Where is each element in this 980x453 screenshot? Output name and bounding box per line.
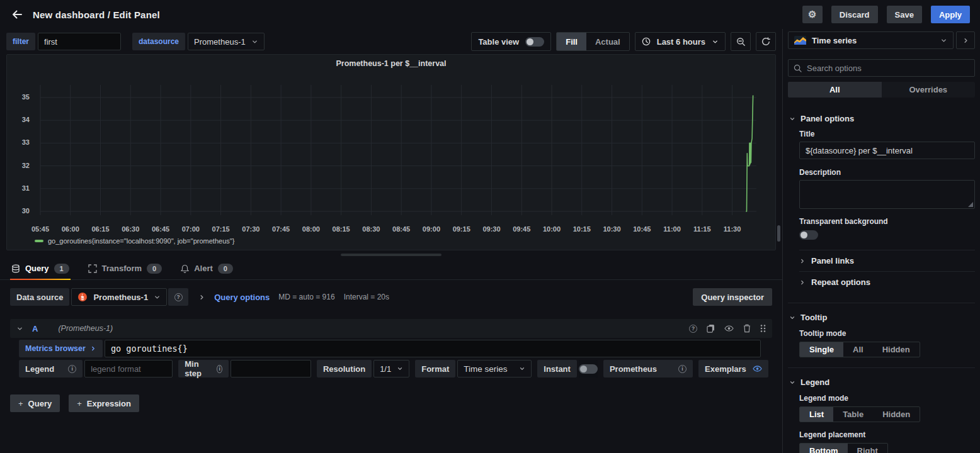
panel-resize-handle[interactable] [341,254,442,256]
query-type-label: Prometheus [610,364,657,374]
query-inspector-button[interactable]: Query inspector [693,288,772,306]
tooltip-mode-single[interactable]: Single [800,342,843,357]
collapse-query-icon[interactable] [16,325,23,332]
format-select[interactable]: Time series [457,360,532,378]
datasource-variable-select[interactable]: Prometheus-1 [188,33,265,50]
tab-alert[interactable]: Alert 0 [179,260,234,279]
tab-all-options[interactable]: All [788,82,882,98]
tab-overrides[interactable]: Overrides [882,82,976,98]
info-icon[interactable]: i [678,365,687,373]
clock-icon [642,37,651,46]
transform-icon [88,264,97,273]
collapse-options-button[interactable] [956,31,975,49]
actual-option[interactable]: Actual [586,33,629,50]
tooltip-mode-hidden[interactable]: Hidden [873,342,920,357]
refresh-button[interactable] [756,32,776,51]
chart-legend[interactable]: go_goroutines{instance="localhost:9090",… [35,237,234,245]
chevron-right-icon [90,345,96,352]
table-view-control[interactable]: Table view [471,32,551,51]
metrics-browser-button[interactable]: Metrics browser [19,340,103,357]
legend-format-label: Legend [25,364,54,374]
options-pane: Time series All Overrides Panel options [782,29,980,453]
duplicate-query-icon[interactable] [707,324,715,333]
bell-icon [181,264,189,273]
filter-variable-input[interactable] [38,33,121,50]
instant-chip: Instant [537,360,577,378]
legend-mode-hidden[interactable]: Hidden [873,407,920,422]
filter-variable-label[interactable]: filter [6,33,35,50]
datasource-picker[interactable]: Prometheus-1 [71,288,167,306]
repeat-options-section[interactable]: Repeat options [799,271,975,293]
visualization-picker[interactable]: Time series [788,31,954,49]
query-options-link[interactable]: Query options [214,293,270,302]
panel-links-section[interactable]: Panel links [799,250,975,271]
chevron-right-icon [198,294,205,301]
options-search[interactable] [788,59,975,77]
min-step-input[interactable] [231,360,311,378]
timeseries-viz-icon [794,36,806,45]
legend-mode-table[interactable]: Table [833,407,873,422]
info-icon[interactable]: i [68,365,76,373]
tab-transform[interactable]: Transform 0 [87,260,164,279]
panel-description-textarea[interactable] [799,180,975,209]
main-area: filter datasource Prometheus-1 Table vie… [0,29,980,453]
resolution-select[interactable]: 1/1 [373,360,409,378]
back-button[interactable] [10,8,24,21]
grafana-edit-panel-app: New dashboard / Edit Panel ⚙ Discard Sav… [0,0,980,453]
save-button[interactable]: Save [887,6,922,23]
panel-links-label: Panel links [811,256,854,266]
resolution-label: Resolution [323,364,365,374]
fill-option[interactable]: Fill [557,33,586,50]
query-datasource-hint: (Prometheus-1) [58,324,113,333]
exemplars-eye-icon[interactable] [753,365,762,372]
x-axis-labels: 05:4506:0006:1506:3006:4507:0007:1507:30… [7,225,775,234]
discard-button[interactable]: Discard [831,6,878,23]
add-expression-button[interactable]: + Expression [69,394,139,412]
info-icon[interactable]: i [217,365,222,373]
options-search-input[interactable] [807,64,969,73]
query-help-icon[interactable]: ? [689,325,697,333]
legend-mode-list[interactable]: List [800,407,833,422]
query-ref-id: A [32,324,38,333]
resize-grip-icon[interactable] [968,202,973,207]
legend-placement-bottom[interactable]: Bottom [800,444,848,453]
format-chip: Format [415,360,455,378]
visualization-row: Time series [788,31,975,49]
legend-placement-label: Legend placement [799,430,975,439]
panel-options-section-header[interactable]: Panel options [788,114,975,123]
legend-format-input[interactable] [84,360,173,378]
content-scrollbar[interactable] [777,225,780,242]
back-arrow-icon [11,9,23,20]
search-icon [794,64,802,72]
instant-toggle[interactable] [579,364,598,374]
add-query-button[interactable]: + Query [10,394,60,412]
table-view-toggle[interactable] [525,37,544,47]
tooltip-section-header[interactable]: Tooltip [788,313,975,322]
apply-button[interactable]: Apply [931,6,970,23]
panel-title-input[interactable] [799,142,975,159]
tab-query-label: Query [25,264,49,273]
zoom-out-time-button[interactable] [731,32,751,51]
hide-query-icon[interactable] [724,325,734,332]
datasource-help-button[interactable]: ? [168,288,188,306]
exemplars-label: Exemplars [705,364,746,374]
legend-series-name[interactable]: go_goroutines{instance="localhost:9090",… [48,237,234,245]
tab-query[interactable]: Query 1 [10,260,71,279]
visualization-name: Time series [812,36,935,45]
datasource-variable-label[interactable]: datasource [132,33,185,50]
legend-placement-right[interactable]: Right [848,444,887,453]
panel-settings-button[interactable]: ⚙ [802,6,823,23]
chevron-right-icon [799,279,806,286]
promql-expression-input[interactable] [105,340,761,357]
query-options-editor-row: Legend i Min step i Resolution 1/1 Form [19,360,761,378]
query-row-header[interactable]: A (Prometheus-1) ? [10,319,772,338]
transparent-background-toggle[interactable] [799,230,818,240]
chevron-down-icon [789,116,795,122]
legend-section-header[interactable]: Legend [788,378,975,387]
chart-panel[interactable]: Prometheus-1 per $__interval 30313233343… [6,54,776,250]
chevron-down-icon [712,38,719,45]
time-range-picker[interactable]: Last 6 hours [635,32,726,51]
drag-handle-icon[interactable] [760,324,766,333]
delete-query-icon[interactable] [743,324,751,333]
tooltip-mode-all[interactable]: All [843,342,873,357]
